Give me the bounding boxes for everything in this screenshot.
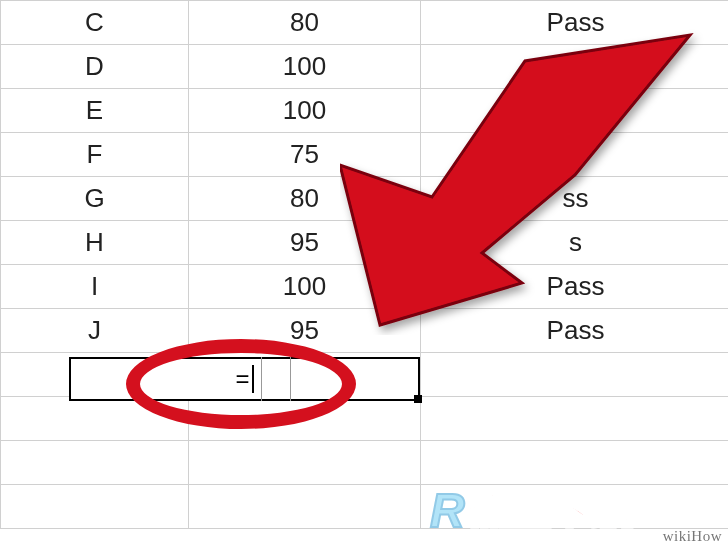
cell-score[interactable]: 75 [189, 133, 421, 177]
table-row[interactable]: I 100 Pass [1, 265, 729, 309]
empty-cell[interactable] [189, 485, 421, 529]
data-table: C 80 Pass D 100 Pass E 100 Pass F 75 G [0, 0, 728, 529]
table-row[interactable]: H 95 s [1, 221, 729, 265]
table-row[interactable]: J 95 Pass [1, 309, 729, 353]
cell-score[interactable]: 100 [189, 265, 421, 309]
cell-score[interactable]: 100 [189, 45, 421, 89]
cell-result[interactable] [421, 133, 729, 177]
cell-result[interactable]: s [421, 221, 729, 265]
cell-score[interactable]: 95 [189, 221, 421, 265]
inner-selection-divider [261, 357, 291, 401]
cell-letter[interactable]: J [1, 309, 189, 353]
table-row[interactable]: G 80 ss [1, 177, 729, 221]
cell-result[interactable]: Pass [421, 1, 729, 45]
cell-letter[interactable]: C [1, 1, 189, 45]
table-row[interactable]: F 75 [1, 133, 729, 177]
empty-cell[interactable] [189, 397, 421, 441]
cell-result[interactable]: Pass [421, 309, 729, 353]
text-cursor [252, 365, 254, 393]
empty-cell[interactable] [421, 353, 729, 397]
cell-letter[interactable]: E [1, 89, 189, 133]
table-row[interactable] [1, 397, 729, 441]
cell-letter[interactable]: F [1, 133, 189, 177]
cell-letter[interactable]: I [1, 265, 189, 309]
cell-result[interactable]: Pass [421, 45, 729, 89]
empty-cell[interactable] [1, 441, 189, 485]
cell-score[interactable]: 95 [189, 309, 421, 353]
cell-letter[interactable]: H [1, 221, 189, 265]
active-formula-cell[interactable]: = [69, 357, 420, 401]
cell-letter[interactable]: G [1, 177, 189, 221]
table-row[interactable]: E 100 Pass [1, 89, 729, 133]
empty-cell[interactable] [421, 397, 729, 441]
table-row[interactable] [1, 441, 729, 485]
cell-letter[interactable]: D [1, 45, 189, 89]
cell-score[interactable]: 80 [189, 177, 421, 221]
table-row[interactable] [1, 485, 729, 529]
cell-result[interactable]: Pass [421, 89, 729, 133]
empty-cell[interactable] [1, 485, 189, 529]
wikihow-footer-label: wikiHow [663, 528, 722, 545]
cell-score[interactable]: 80 [189, 1, 421, 45]
formula-text: = [235, 365, 249, 393]
empty-cell[interactable] [421, 485, 729, 529]
empty-cell[interactable] [189, 441, 421, 485]
empty-cell[interactable] [421, 441, 729, 485]
empty-cell[interactable] [1, 397, 189, 441]
cell-result[interactable]: Pass [421, 265, 729, 309]
table-row[interactable]: C 80 Pass [1, 1, 729, 45]
cell-score[interactable]: 100 [189, 89, 421, 133]
cell-result[interactable]: ss [421, 177, 729, 221]
table-row[interactable]: D 100 Pass [1, 45, 729, 89]
spreadsheet-grid[interactable]: C 80 Pass D 100 Pass E 100 Pass F 75 G [0, 0, 728, 549]
